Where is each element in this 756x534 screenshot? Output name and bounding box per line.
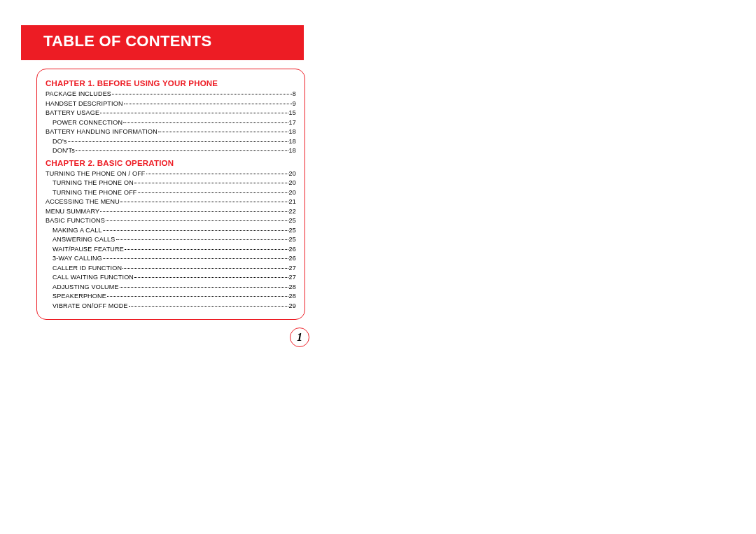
toc-entry: HANDSET DESCRIPTION9 — [46, 99, 296, 109]
toc-leader-dots — [134, 183, 288, 183]
toc-leader-dots — [120, 287, 288, 288]
chapter-heading: CHAPTER 1. BEFORE USING YOUR PHONE — [46, 79, 296, 87]
toc-entry: WAIT/PAUSE FEATURE26 — [46, 245, 296, 255]
toc-leader-dots — [100, 211, 288, 212]
toc-leader-dots — [124, 104, 292, 104]
toc-entry: CALL WAITING FUNCTION27 — [46, 273, 296, 283]
toc-entry-label: MENU SUMMARY — [46, 207, 99, 217]
toc-entry-label: CALLER ID FUNCTION — [52, 264, 122, 274]
toc-leader-dots — [146, 174, 288, 174]
toc-leader-dots — [103, 230, 288, 231]
toc-entry-page: 18 — [289, 137, 296, 147]
toc-entry-label: TURNING THE PHONE OFF — [52, 188, 137, 198]
toc-leader-dots — [134, 277, 288, 278]
toc-entry-page: 26 — [289, 245, 296, 255]
toc-entry-label: VIBRATE ON/OFF MODE — [52, 302, 128, 311]
toc-entry-label: TURNING THE PHONE ON — [52, 178, 134, 188]
toc-entry-label: BASIC FUNCTIONS — [46, 216, 105, 226]
toc-leader-dots — [68, 141, 288, 142]
toc-entry-page: 28 — [289, 283, 296, 293]
toc-leader-dots — [138, 192, 288, 193]
toc-entry-label: DO's — [52, 137, 67, 147]
toc-entry: TURNING THE PHONE ON / OFF20 — [46, 169, 296, 179]
chapter-heading: CHAPTER 2. BASIC OPERATION — [46, 159, 296, 167]
toc-entry: ADJUSTING VOLUME28 — [46, 283, 296, 293]
toc-entry: PACKAGE INCLUDES8 — [46, 90, 296, 99]
toc-entry: MENU SUMMARY22 — [46, 207, 296, 217]
toc-leader-dots — [76, 150, 288, 151]
toc-container: CHAPTER 1. BEFORE USING YOUR PHONEPACKAG… — [36, 69, 305, 320]
toc-entry-page: 25 — [289, 216, 296, 226]
toc-entry: BATTERY USAGE15 — [46, 108, 296, 118]
toc-entry-page: 27 — [289, 273, 296, 283]
toc-entry-label: CALL WAITING FUNCTION — [52, 273, 134, 283]
toc-entry-label: WAIT/PAUSE FEATURE — [52, 245, 124, 255]
toc-leader-dots — [106, 220, 288, 221]
toc-entry-label: SPEAKERPHONE — [52, 292, 106, 302]
toc-entry: TURNING THE PHONE OFF20 — [46, 188, 296, 198]
toc-leader-dots — [122, 268, 288, 269]
toc-entry-page: 20 — [289, 169, 296, 179]
toc-entry-label: HANDSET DESCRIPTION — [46, 99, 123, 109]
toc-entry-page: 18 — [289, 127, 296, 137]
toc-entry: DO's18 — [46, 137, 296, 147]
toc-entry: ANSWERING CALLS25 — [46, 235, 296, 245]
toc-leader-dots — [107, 296, 288, 297]
toc-entry-page: 17 — [289, 118, 296, 128]
toc-leader-dots — [112, 94, 292, 94]
toc-leader-dots — [120, 202, 288, 202]
toc-entry-label: ACCESSING THE MENU — [46, 197, 120, 207]
toc-leader-dots — [129, 306, 288, 307]
toc-entry: POWER CONNECTION17 — [46, 118, 296, 128]
toc-entry-page: 25 — [289, 226, 296, 236]
toc-leader-dots — [123, 122, 288, 123]
toc-entry-label: MAKING A CALL — [52, 226, 102, 236]
toc-leader-dots — [116, 239, 288, 240]
toc-entry: ACCESSING THE MENU21 — [46, 197, 296, 207]
toc-entry: DON'Ts18 — [46, 146, 296, 156]
toc-entry: CALLER ID FUNCTION27 — [46, 264, 296, 274]
toc-entry-page: 8 — [293, 90, 296, 99]
toc-entry: SPEAKERPHONE28 — [46, 292, 296, 302]
toc-entry-page: 29 — [289, 302, 296, 311]
toc-entry-page: 26 — [289, 254, 296, 264]
toc-leader-dots — [103, 258, 288, 259]
toc-leader-dots — [125, 249, 288, 250]
toc-entry-label: BATTERY HANDLING INFORMATION — [46, 127, 158, 137]
toc-entry-page: 28 — [289, 292, 296, 302]
toc-entry-page: 25 — [289, 235, 296, 245]
toc-entry-page: 18 — [289, 146, 296, 156]
toc-entry-label: BATTERY USAGE — [46, 108, 99, 118]
toc-entry-label: PACKAGE INCLUDES — [46, 90, 111, 99]
page-title: TABLE OF CONTENTS — [43, 32, 212, 50]
toc-entry: TURNING THE PHONE ON20 — [46, 178, 296, 188]
toc-entry-label: ANSWERING CALLS — [52, 235, 115, 245]
toc-entry-page: 9 — [293, 99, 296, 109]
page-number: 1 — [297, 331, 302, 344]
toc-entry-label: TURNING THE PHONE ON / OFF — [46, 169, 146, 179]
toc-entry-page: 22 — [289, 207, 296, 217]
toc-leader-dots — [158, 132, 288, 132]
toc-entry: BASIC FUNCTIONS25 — [46, 216, 296, 226]
toc-entry-label: POWER CONNECTION — [52, 118, 122, 128]
toc-entry: MAKING A CALL25 — [46, 226, 296, 236]
page-number-badge: 1 — [290, 328, 309, 347]
toc-entry-page: 20 — [289, 178, 296, 188]
toc-entry-label: ADJUSTING VOLUME — [52, 283, 119, 293]
toc-entry-page: 20 — [289, 188, 296, 198]
toc-entry-page: 21 — [289, 197, 296, 207]
toc-entry-label: DON'Ts — [52, 146, 75, 156]
toc-entry-page: 15 — [289, 108, 296, 118]
toc-entry: VIBRATE ON/OFF MODE29 — [46, 302, 296, 311]
toc-entry: 3-WAY CALLING26 — [46, 254, 296, 264]
toc-entry-label: 3-WAY CALLING — [52, 254, 102, 264]
toc-leader-dots — [100, 113, 288, 113]
toc-entry: BATTERY HANDLING INFORMATION18 — [46, 127, 296, 137]
toc-entry-page: 27 — [289, 264, 296, 274]
